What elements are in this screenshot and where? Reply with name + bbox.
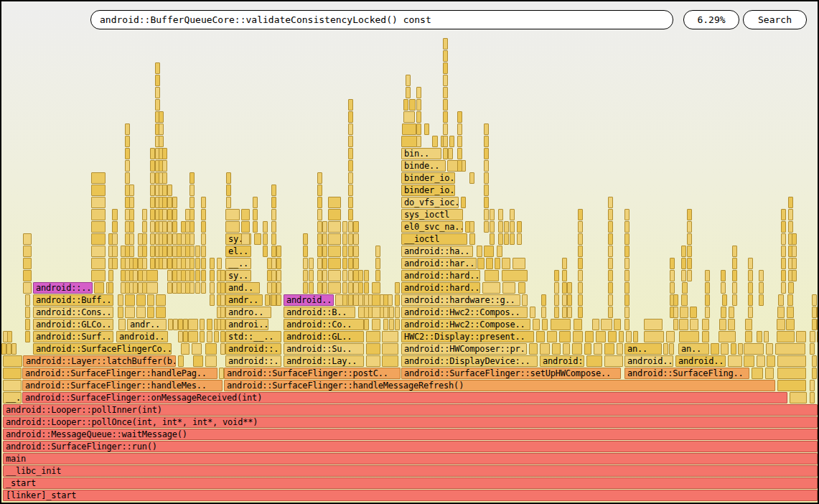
flame-frame-unlabeled[interactable] bbox=[406, 87, 411, 98]
flame-frame-unlabeled[interactable] bbox=[364, 282, 369, 294]
flame-frame-unlabeled[interactable] bbox=[328, 209, 341, 220]
flame-frame-unlabeled[interactable] bbox=[687, 233, 692, 245]
flame-frame-unlabeled[interactable] bbox=[372, 294, 380, 306]
flame-frame-unlabeled[interactable] bbox=[469, 172, 474, 184]
flame-frame-unlabeled[interactable] bbox=[540, 343, 550, 355]
flame-frame-unlabeled[interactable] bbox=[578, 209, 583, 220]
flame-frame-unlabeled[interactable] bbox=[91, 209, 106, 220]
flame-frame-unlabeled[interactable] bbox=[210, 294, 215, 306]
flame-frame-unlabeled[interactable] bbox=[469, 221, 474, 233]
flame-frame-unlabeled[interactable] bbox=[777, 331, 795, 342]
flame-frame-unlabeled[interactable] bbox=[172, 197, 177, 208]
flame-frame-unlabeled[interactable] bbox=[812, 319, 817, 330]
flame-frame-unlabeled[interactable] bbox=[125, 172, 130, 184]
flame-frame-unlabeled[interactable] bbox=[162, 197, 167, 208]
flame-frame-unlabeled[interactable] bbox=[542, 319, 548, 330]
flame-frame-unlabeled[interactable] bbox=[159, 111, 164, 123]
flame-frame-unlabeled[interactable] bbox=[150, 172, 155, 184]
flame-frame[interactable]: _start bbox=[3, 477, 818, 489]
flame-frame-unlabeled[interactable] bbox=[178, 319, 183, 330]
flame-frame-unlabeled[interactable] bbox=[11, 343, 17, 355]
flame-frame-unlabeled[interactable] bbox=[364, 270, 369, 281]
flame-frame-unlabeled[interactable] bbox=[317, 233, 322, 245]
flame-frame-unlabeled[interactable] bbox=[757, 331, 762, 342]
flame-frame[interactable]: android::SurfaceFlinger::onMessageReceiv… bbox=[22, 392, 787, 403]
flame-frame[interactable]: android::Layer::latchBuffer(b.. bbox=[23, 355, 176, 367]
flame-frame-unlabeled[interactable] bbox=[167, 185, 172, 196]
flame-frame-unlabeled[interactable] bbox=[167, 282, 172, 294]
flame-frame-unlabeled[interactable] bbox=[633, 331, 638, 342]
flame-frame-unlabeled[interactable] bbox=[732, 282, 737, 294]
flame-frame-unlabeled[interactable] bbox=[7, 331, 12, 342]
flame-frame-unlabeled[interactable] bbox=[328, 221, 341, 233]
flame-frame-unlabeled[interactable] bbox=[624, 319, 630, 330]
flame-frame-unlabeled[interactable] bbox=[777, 355, 806, 367]
flame-frame-unlabeled[interactable] bbox=[189, 246, 195, 257]
flame-frame-unlabeled[interactable] bbox=[781, 246, 786, 257]
flame-frame-unlabeled[interactable] bbox=[586, 355, 602, 367]
flame-frame[interactable]: android::HWComposer::pr.. bbox=[401, 343, 527, 355]
flame-frame-unlabeled[interactable] bbox=[91, 221, 106, 233]
flame-frame-unlabeled[interactable] bbox=[812, 355, 817, 367]
flame-frame-unlabeled[interactable] bbox=[142, 221, 147, 233]
flame-frame-unlabeled[interactable] bbox=[608, 221, 613, 233]
flame-frame-unlabeled[interactable] bbox=[432, 136, 438, 147]
flame-frame[interactable]: android::hardware::g.. bbox=[401, 294, 520, 306]
flame-frame-unlabeled[interactable] bbox=[777, 380, 806, 391]
flame-frame-unlabeled[interactable] bbox=[358, 270, 363, 281]
flame-frame[interactable]: android::SurfaceFlinger::run() bbox=[3, 441, 818, 452]
flame-frame-unlabeled[interactable] bbox=[159, 123, 164, 135]
flame-frame-unlabeled[interactable] bbox=[510, 221, 515, 233]
flame-frame-unlabeled[interactable] bbox=[670, 258, 675, 269]
flame-frame-unlabeled[interactable] bbox=[189, 282, 195, 294]
flame-frame-unlabeled[interactable] bbox=[624, 258, 630, 269]
flame-frame-unlabeled[interactable] bbox=[91, 233, 106, 245]
flame-frame-unlabeled[interactable] bbox=[254, 233, 261, 245]
flame-frame-unlabeled[interactable] bbox=[276, 294, 281, 306]
flame-frame-unlabeled[interactable] bbox=[608, 209, 613, 220]
flame-frame-unlabeled[interactable] bbox=[210, 270, 215, 281]
flame-frame-unlabeled[interactable] bbox=[416, 136, 421, 147]
flame-frame[interactable]: android::SurfaceFlinger::postC.. bbox=[224, 368, 401, 379]
flame-frame-unlabeled[interactable] bbox=[721, 307, 726, 318]
flame-frame-unlabeled[interactable] bbox=[670, 282, 675, 294]
flame-frame-unlabeled[interactable] bbox=[536, 331, 545, 342]
flame-frame-unlabeled[interactable] bbox=[759, 294, 764, 306]
flame-frame-unlabeled[interactable] bbox=[482, 282, 500, 294]
flame-frame-unlabeled[interactable] bbox=[485, 270, 499, 281]
flame-frame[interactable]: android::Cons.. bbox=[33, 307, 113, 318]
flame-frame-unlabeled[interactable] bbox=[406, 75, 411, 86]
flame-frame-unlabeled[interactable] bbox=[328, 270, 341, 281]
flame-frame-unlabeled[interactable] bbox=[687, 270, 692, 281]
flame-frame-unlabeled[interactable] bbox=[663, 343, 668, 355]
flame-frame-unlabeled[interactable] bbox=[276, 282, 281, 294]
flame-frame-unlabeled[interactable] bbox=[552, 343, 561, 355]
flame-frame-unlabeled[interactable] bbox=[162, 233, 167, 245]
flame-frame-unlabeled[interactable] bbox=[142, 209, 147, 220]
flame-frame-unlabeled[interactable] bbox=[328, 246, 341, 257]
flame-frame[interactable]: android.. bbox=[624, 355, 673, 367]
flame-frame-unlabeled[interactable] bbox=[731, 343, 736, 355]
flame-frame-unlabeled[interactable] bbox=[309, 270, 314, 281]
flame-frame-unlabeled[interactable] bbox=[497, 246, 502, 257]
flame-frame-unlabeled[interactable] bbox=[303, 270, 308, 281]
flame-frame-unlabeled[interactable] bbox=[112, 246, 118, 257]
flame-frame-unlabeled[interactable] bbox=[156, 307, 166, 318]
flame-frame-unlabeled[interactable] bbox=[364, 307, 369, 318]
flame-frame-unlabeled[interactable] bbox=[317, 282, 322, 294]
search-input[interactable] bbox=[90, 10, 673, 29]
flame-frame-unlabeled[interactable] bbox=[624, 221, 630, 233]
flame-frame-unlabeled[interactable] bbox=[682, 282, 688, 294]
flame-frame-unlabeled[interactable] bbox=[303, 233, 308, 245]
flame-frame-unlabeled[interactable] bbox=[608, 233, 613, 245]
flame-frame-unlabeled[interactable] bbox=[91, 185, 106, 196]
flame-frame-unlabeled[interactable] bbox=[201, 209, 206, 220]
flame-frame-unlabeled[interactable] bbox=[490, 233, 495, 245]
flame-frame-unlabeled[interactable] bbox=[767, 355, 775, 367]
flame-frame[interactable]: android::har.. bbox=[401, 258, 477, 269]
flame-frame-unlabeled[interactable] bbox=[364, 294, 369, 306]
flame-frame-unlabeled[interactable] bbox=[162, 185, 167, 196]
flame-frame-unlabeled[interactable] bbox=[504, 233, 509, 245]
flame-frame-unlabeled[interactable] bbox=[189, 270, 195, 281]
flame-frame-unlabeled[interactable] bbox=[112, 233, 118, 245]
